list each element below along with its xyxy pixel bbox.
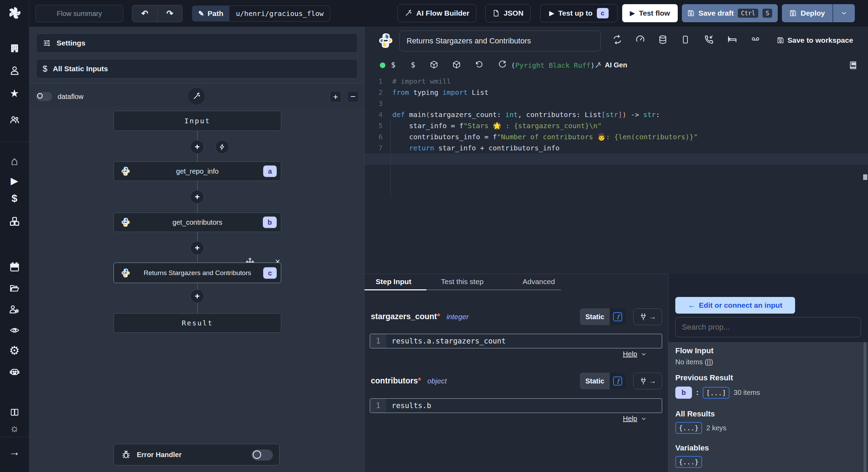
prop-picker-header: ← Edit or connect an input [668, 274, 868, 342]
add-step-button[interactable]: + [190, 190, 204, 204]
audit-eye-icon[interactable] [9, 326, 20, 335]
tab-step-input[interactable]: Step Input [376, 278, 411, 286]
voicemail-icon[interactable] [750, 35, 761, 43]
connect-plug-button[interactable]: → [633, 373, 662, 389]
bed-icon[interactable] [727, 35, 737, 44]
undo-redo-group: ↶ ↷ [132, 5, 183, 22]
flow-input-node[interactable]: Input [114, 111, 281, 131]
search-prop-input[interactable] [675, 317, 861, 337]
tab-test-this-step[interactable]: Test this step [441, 278, 484, 286]
object-chip[interactable]: {...} [675, 456, 702, 468]
resources-blocks-icon[interactable] [9, 216, 20, 227]
zoom-in-button[interactable]: + [330, 91, 341, 102]
all-static-inputs-button[interactable]: $ All Static Inputs [36, 59, 358, 78]
ai-robot-icon[interactable] [9, 367, 20, 377]
ai-gen-button[interactable]: AI Gen [594, 61, 627, 69]
code-editor[interactable]: 12345678 # import wmillfrom typing impor… [365, 72, 868, 274]
json-button[interactable]: JSON [485, 4, 531, 22]
sidebar-divider [0, 142, 29, 142]
help-link[interactable]: Help [623, 350, 647, 358]
refresh-icon[interactable] [498, 60, 507, 69]
deploy-dropdown-button[interactable] [833, 4, 855, 22]
package-icon[interactable] [452, 60, 461, 69]
undo-button[interactable]: ↶ [132, 5, 158, 22]
workspace-building-icon[interactable] [9, 43, 20, 53]
step-title-input[interactable] [399, 31, 601, 51]
trigger-bolt-button[interactable] [215, 140, 229, 154]
runs-play-icon[interactable]: ▶ [11, 176, 18, 186]
previous-result-title: Previous Result [675, 373, 733, 382]
library-book-icon[interactable] [849, 60, 858, 70]
sidebar-divider [0, 437, 29, 437]
windmill-logo-icon[interactable] [8, 6, 22, 20]
step-node-a[interactable]: get_repo_info a [114, 162, 281, 181]
kbd-s: S [762, 9, 772, 18]
add-step-button[interactable]: + [190, 140, 204, 154]
variables-dollar-icon[interactable]: $ [11, 193, 17, 204]
path-group: ✎ Path u/henri/gracious_flow [192, 6, 330, 22]
user-icon[interactable] [9, 65, 20, 76]
flow-summary-input[interactable]: Flow summary [35, 5, 123, 22]
test-flow-button[interactable]: ▶ Test flow [622, 4, 678, 22]
test-up-to-button[interactable]: ▶ Test up to c [540, 4, 618, 22]
dataflow-toggle[interactable] [36, 92, 52, 101]
static-toggle-stargazers[interactable]: Static f [580, 308, 626, 325]
ai-wand-button[interactable] [187, 87, 206, 105]
save-draft-button[interactable]: Save draft Ctrl S [682, 4, 778, 22]
edit-or-connect-button[interactable]: ← Edit or connect an input [675, 297, 795, 314]
variables-dollar-icon[interactable]: $ [391, 60, 395, 69]
save-icon [687, 10, 694, 17]
error-handler-toggle[interactable] [251, 449, 273, 461]
flow-result-node[interactable]: Result [114, 313, 281, 333]
deploy-button[interactable]: Deploy [782, 4, 833, 22]
add-step-button[interactable]: + [190, 289, 204, 303]
favorites-star-icon[interactable]: ★ [10, 88, 19, 99]
settings-gear-icon[interactable]: ⚙ [9, 345, 19, 356]
expr-input-contributors[interactable]: 1 results.b [370, 398, 662, 413]
editor-scrollbar-thumb[interactable] [863, 174, 867, 180]
path-value[interactable]: u/henri/gracious_flow [229, 6, 330, 22]
step-node-b[interactable]: get_contributors b [114, 213, 281, 232]
error-handler-node[interactable]: Error Handler [114, 444, 279, 465]
redo-button[interactable]: ↷ [158, 5, 183, 22]
field-label-stargazers-count: stargazers_count* integer [371, 312, 469, 321]
package-icon[interactable] [430, 60, 438, 69]
static-toggle-contributors[interactable]: Static f [580, 373, 626, 389]
prop-scrollbar[interactable] [863, 342, 866, 472]
expr-input-stargazers[interactable]: 1 results.a.stargazers_count [370, 334, 662, 348]
theme-sun-icon[interactable]: ☼ [10, 423, 19, 433]
zoom-out-button[interactable]: − [347, 91, 359, 102]
step-badge-b: b [263, 217, 277, 228]
ai-flow-builder-button[interactable]: AI Flow Builder [398, 4, 476, 22]
gauge-icon[interactable] [635, 35, 645, 44]
tab-advanced[interactable]: Advanced [523, 278, 555, 286]
mobile-icon[interactable] [681, 35, 690, 44]
schedules-calendar-icon[interactable] [9, 262, 20, 272]
step-badge-a: a [263, 166, 277, 177]
flow-settings-button[interactable]: Settings [36, 33, 358, 53]
step-node-c-selected[interactable]: Returns Stargazers and Contributors c [114, 263, 281, 283]
undo-history-icon[interactable] [475, 60, 483, 69]
folders-icon[interactable] [9, 283, 20, 293]
add-step-button[interactable]: + [190, 241, 204, 255]
user-group-icon[interactable] [9, 115, 20, 125]
workers-user-cog-icon[interactable] [9, 304, 20, 315]
home-icon[interactable]: ⌂ [11, 156, 18, 166]
python-icon [378, 33, 394, 49]
wand-icon [594, 62, 601, 69]
phone-incoming-icon[interactable] [704, 35, 714, 44]
docs-books-icon[interactable] [9, 408, 20, 417]
database-icon[interactable] [658, 35, 667, 44]
help-link[interactable]: Help [623, 415, 647, 423]
collapse-arrow-right-icon[interactable]: → [9, 447, 20, 457]
connect-plug-button[interactable]: → [633, 308, 662, 325]
array-chip[interactable]: [...] [703, 387, 729, 399]
graph-toolbar: dataflow + − [29, 83, 364, 106]
resources-dollar-icon[interactable]: $ [411, 60, 415, 69]
save-to-workspace-button[interactable]: Save to workspace [777, 36, 853, 44]
object-chip[interactable]: {...} [675, 422, 702, 434]
save-icon [777, 37, 784, 44]
previous-result-row: b : [...] 30 items [675, 387, 760, 399]
sync-cycle-icon[interactable] [612, 35, 622, 44]
result-key-badge[interactable]: b [675, 387, 692, 399]
